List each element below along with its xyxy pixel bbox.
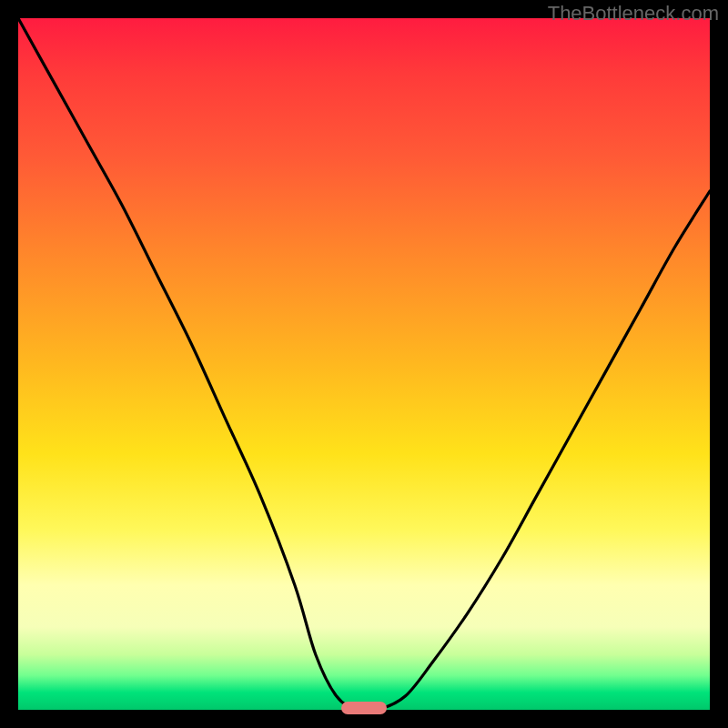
plot-area [18,18,710,710]
watermark-text: TheBottleneck.com [548,2,719,25]
chart-frame: TheBottleneck.com [0,0,728,728]
minimum-marker [341,702,387,714]
bottleneck-curve [18,18,710,710]
